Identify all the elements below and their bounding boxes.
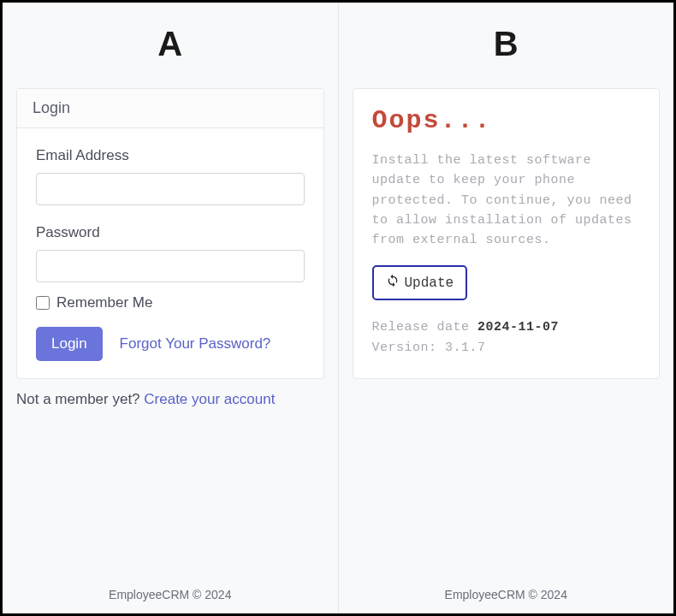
login-card-title: Login [17, 89, 323, 128]
version-value: 3.1.7 [445, 341, 486, 355]
footer-left: EmployeeCRM © 2024 [16, 588, 324, 613]
not-member-text: Not a member yet? [16, 391, 144, 407]
update-button-label: Update [405, 275, 454, 291]
login-button-row: Login Forgot Your Password? [36, 327, 305, 361]
version-line: Version: 3.1.7 [372, 338, 641, 358]
warning-card: Oops... Install the latest software upda… [353, 88, 661, 379]
password-label: Password [36, 224, 305, 241]
email-label: Email Address [36, 147, 305, 164]
signup-prompt: Not a member yet? Create your account [16, 391, 324, 408]
update-button[interactable]: Update [372, 265, 468, 300]
create-account-link[interactable]: Create your account [144, 391, 275, 407]
remember-me-checkbox[interactable] [36, 296, 50, 310]
remember-me-row: Remember Me [36, 294, 305, 311]
sync-icon [386, 274, 400, 292]
version-label: Version: [372, 341, 446, 355]
password-field[interactable] [36, 250, 305, 282]
release-date-line: Release date 2024-11-07 [372, 317, 641, 337]
footer-right: EmployeeCRM © 2024 [353, 588, 661, 613]
panel-heading-left: A [16, 11, 324, 64]
warning-message: Install the latest software update to ke… [372, 151, 641, 250]
login-card-body: Email Address Password Remember Me Login… [17, 128, 323, 378]
panel-heading-right: B [353, 11, 661, 64]
forgot-password-link[interactable]: Forgot Your Password? [120, 335, 271, 352]
panel-right: B Oops... Install the latest software up… [339, 3, 674, 613]
panel-left: A Login Email Address Password Remember … [3, 3, 339, 613]
release-date-value: 2024-11-07 [477, 320, 559, 335]
email-field[interactable] [36, 173, 305, 205]
login-button[interactable]: Login [36, 327, 103, 361]
release-date-label: Release date [372, 320, 478, 335]
warning-title: Oops... [372, 106, 641, 135]
remember-me-label[interactable]: Remember Me [56, 294, 152, 311]
login-card: Login Email Address Password Remember Me… [16, 88, 324, 379]
